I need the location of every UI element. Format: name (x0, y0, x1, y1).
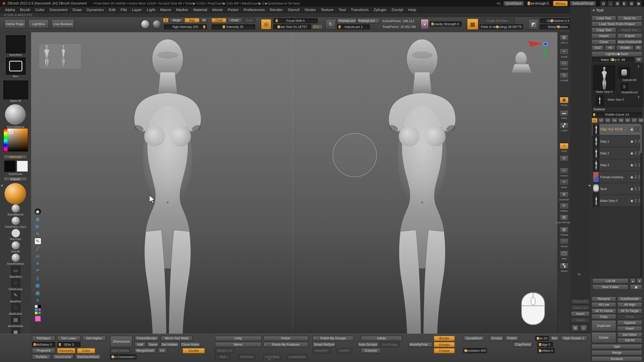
cursor-icon[interactable]: ▶ (34, 223, 41, 229)
subtool-section-header[interactable]: Subtool (591, 107, 642, 112)
shelf-frame[interactable]: ▭Frame (559, 167, 569, 177)
color-swatch-0[interactable] (34, 305, 37, 308)
menu-zscript[interactable]: Zscript (389, 7, 406, 12)
shelf-transp[interactable]: ▨Transp (559, 227, 569, 236)
menu-macro[interactable]: Macro (158, 7, 174, 12)
adjust-last-slider[interactable]: AdjustLast 1 (337, 24, 370, 29)
eye-icon[interactable]: ◉ (630, 187, 633, 191)
bottom-max-25[interactable]: Max 25 (535, 336, 549, 341)
bottom-groups[interactable]: Groups (490, 336, 504, 341)
menu-document[interactable]: Document (47, 7, 70, 12)
bottom-colorize[interactable]: Colorize (361, 348, 381, 353)
tool-export-button[interactable]: Export (617, 33, 642, 38)
color-swatch-4[interactable] (34, 311, 37, 314)
live-boolean-button[interactable]: Live Boolean (51, 19, 74, 28)
shelf-move[interactable]: +Move (559, 179, 569, 189)
subtool-tab-v2[interactable]: V2 (598, 118, 604, 123)
menu-draw[interactable]: Draw (70, 7, 84, 12)
shelf-l-sym[interactable]: ▞L.Sym (559, 122, 569, 132)
material-flat-color[interactable]: Flat Color (0, 229, 31, 241)
eye-icon[interactable]: ◉ (630, 163, 633, 167)
bottom-projectall[interactable]: ProjectAll (32, 348, 56, 353)
bottom-edge-0[interactable]: Edge 0 (537, 342, 553, 347)
bottom-min[interactable]: Min (550, 336, 559, 341)
doc-layout-icon[interactable]: ▤ (600, 1, 606, 6)
brush-selectlasso[interactable]: ◌SelectLasso (0, 278, 31, 291)
del-all-button[interactable]: Del All (617, 338, 642, 343)
shelf-gxyz[interactable]: +Gxyz (559, 143, 569, 152)
bottom-maskbyfeature[interactable]: MaskByFeature (409, 342, 432, 347)
recent-tool-cylinder-thumb[interactable] (618, 67, 630, 78)
film-icon[interactable]: ▤ (572, 325, 579, 331)
active-color-swatch[interactable] (34, 316, 41, 322)
scroll-down-button[interactable]: ▼ (636, 278, 642, 284)
delete-button[interactable]: Delete (591, 332, 616, 343)
hue-strip[interactable] (4, 128, 8, 151)
subtool-tab-v6[interactable]: V6 (625, 118, 631, 123)
subtool-item-15-3-b[interactable]: 15살 여성 3단계 바디 각삭 - [B]◉ (592, 123, 642, 135)
subtool-item-skull[interactable]: Skull◉ (592, 183, 642, 195)
bottom-smart-resym[interactable]: Smart ReSym (312, 342, 336, 347)
gradient-sphere-icon[interactable] (141, 20, 150, 29)
tray-collapse-right-icon[interactable]: ◀ (588, 184, 590, 187)
goz-button[interactable]: GoZ (591, 45, 604, 51)
bottom-close-holes[interactable]: Close Holes (180, 342, 200, 347)
square-icon[interactable]: ▣ (636, 1, 641, 6)
window-icon[interactable]: ◫ (608, 1, 613, 6)
thumbnail-views[interactable] (39, 43, 81, 69)
draw-size-icon[interactable]: ◎ (261, 19, 272, 29)
texture-import-button[interactable]: Import (571, 311, 590, 316)
bottom-accucurve[interactable]: AccuCurve (53, 354, 74, 359)
boolean-button[interactable]: Boolean (591, 356, 642, 361)
bottom-mirror[interactable]: Mirror∷ (215, 342, 262, 347)
x-axis-arrow-icon[interactable] (529, 41, 543, 47)
trash-icon[interactable]: ▯ (34, 275, 41, 281)
insert-button[interactable]: Insert (617, 326, 642, 331)
all-high-button[interactable]: All High (617, 302, 642, 307)
rgb-intensity-slider[interactable]: Rgb Intensity 100 (164, 24, 207, 29)
copy-tool-button[interactable]: Copy Tool (591, 27, 616, 33)
menu-alpha[interactable]: Alpha (3, 7, 18, 12)
menu-transform[interactable]: Transform (348, 7, 371, 12)
subtool-tab-v7[interactable]: V7 (631, 118, 637, 123)
goz-r-button[interactable]: R (634, 45, 642, 51)
image-icon[interactable]: ▦ (34, 290, 41, 296)
m-button[interactable]: M (201, 18, 207, 23)
default-zscript-button[interactable]: DefaultZScript (570, 1, 596, 6)
bottom-del-hidden[interactable]: Del Hidden (160, 342, 179, 347)
screenshot-icon[interactable]: ▣ (34, 282, 41, 288)
goz-visible-button[interactable]: Visible (616, 45, 634, 51)
color-swatch-3[interactable] (38, 308, 41, 311)
tray-collapse-left-icon[interactable]: ◀ (1, 184, 3, 187)
eye-icon[interactable]: ◉ (630, 151, 633, 155)
bottom-fillobject[interactable]: FillObject (32, 336, 56, 341)
color-picker[interactable] (3, 128, 28, 152)
z-intensity-slider[interactable]: Z Intensity 25 (212, 24, 255, 29)
bottom-sdiv-3[interactable]: SDiv 3 (57, 342, 81, 347)
bottom-unify[interactable]: Unify∷ (215, 336, 262, 341)
rename-button[interactable]: Rename (591, 296, 616, 302)
bottom-double[interactable]: Double (183, 348, 205, 353)
material-fabiopaiva-clay2[interactable]: FabioPaiva_Clay2 (0, 217, 31, 229)
recent-tool-figure-thumb[interactable] (596, 96, 603, 105)
gear-icon[interactable]: ◎ (580, 325, 587, 331)
paint-flag-icon[interactable] (634, 151, 637, 156)
material-smoothvalleys[interactable]: SmoothValleys (0, 254, 31, 266)
shelf-scroll[interactable]: +Scroll (559, 49, 569, 58)
bottom-auto-groups[interactable]: Auto Groups (357, 342, 379, 347)
all-low-button[interactable]: All Low (591, 302, 616, 307)
quicksave-button[interactable]: QuickSave (503, 1, 524, 6)
clone-button[interactable]: Clone (591, 39, 616, 45)
shelf-xpose[interactable]: ▚Xpose (559, 263, 569, 272)
tool-r-button[interactable]: R (635, 57, 642, 62)
menu-material[interactable]: Material (191, 7, 210, 12)
subtool-tab-v8[interactable]: V8 (638, 118, 644, 123)
menu-zplugin[interactable]: Zplugin (371, 7, 389, 12)
menu-help[interactable]: Help (406, 7, 419, 12)
load-tools-from-project-button[interactable]: Load Tools From Project (591, 21, 642, 27)
pencil-icon[interactable]: ✎ (34, 238, 41, 244)
copy-subtool-button[interactable]: Copy (591, 314, 616, 319)
bottom-del-higher[interactable]: Del Higher (82, 336, 106, 341)
shelf-line-fill-polyf[interactable]: ▤Line Fill PolyF (559, 214, 569, 224)
bottom-del-lower[interactable]: Del Lower (57, 336, 81, 341)
